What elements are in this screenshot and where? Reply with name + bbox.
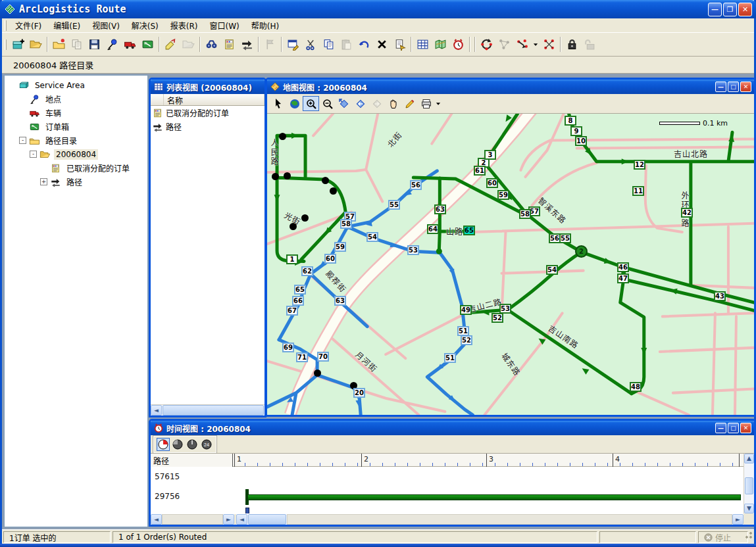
map-maximize-button[interactable]: □ [728,82,739,92]
build-routes-button[interactable] [513,36,531,53]
time-minimize-button[interactable]: — [715,423,726,433]
gantt-bar-route-29756[interactable] [247,494,741,500]
hscroll-right-button2[interactable]: ► [732,514,743,525]
route-stop-marker-42[interactable]: 42 [681,208,693,218]
collapse-icon[interactable]: - [30,151,37,158]
time-ruler[interactable]: 路径 1234 [151,454,743,467]
time-left-hscroll[interactable]: ◄ ► [151,514,234,525]
route-stop-marker-51[interactable]: 51 [457,326,469,336]
route-stop-marker-12[interactable]: 12 [634,160,645,170]
tree-item-order-box[interactable]: 订单箱 [5,120,147,133]
stop-dot[interactable] [330,187,337,195]
map-tool-zoom-out[interactable] [319,96,336,111]
map-tool-prev-extent[interactable] [352,96,368,111]
stop-dot[interactable] [279,133,286,140]
route-stop-marker-58[interactable]: 58 [519,209,531,219]
time-tool-range-24h[interactable]: 24 [200,438,213,451]
route-stop-marker-51[interactable]: 51 [444,353,456,363]
map-minimize-button[interactable]: — [715,82,726,92]
route-stop-marker-43[interactable]: 43 [714,291,726,301]
route-stop-marker-1[interactable]: 1 [286,254,298,264]
map-tool-print[interactable] [418,96,434,111]
tree-item-locations[interactable]: 地点 [5,92,147,106]
route-stop-marker-60[interactable]: 60 [324,254,336,264]
route-stop-marker-47[interactable]: 47 [617,274,629,283]
route-stop-marker-9[interactable]: 9 [570,126,582,136]
route-stop-marker-65[interactable]: 65 [294,285,306,295]
route-stop-marker-56[interactable]: 56 [410,180,422,190]
list-header-blank[interactable] [151,94,164,105]
menu-window[interactable]: 窗口(W) [204,18,245,33]
minimize-button[interactable]: — [708,3,722,16]
route-stop-marker-8[interactable]: 8 [565,116,576,126]
copy-button[interactable] [320,36,338,53]
open-project-button[interactable] [27,36,45,53]
vscroll-thumb[interactable] [745,477,753,494]
route-stop-marker-54[interactable]: 54 [546,265,558,275]
hscroll-left-button2[interactable]: ◄ [236,514,247,525]
time-gantt-area[interactable]: 5761529756 [151,467,743,513]
expand-icon[interactable]: + [40,178,47,185]
route-stop-marker-11[interactable]: 11 [632,186,644,196]
route-stop-marker-59[interactable]: 59 [497,190,509,200]
route-stop-marker-65[interactable]: 65 [463,226,475,235]
tree-item-routes[interactable]: +路径 [5,175,147,189]
scroll-thumb[interactable] [163,405,264,416]
new-order-button[interactable] [220,36,238,53]
list-row[interactable]: 路径 [151,120,265,133]
route-stop-marker-53[interactable]: 53 [499,304,511,314]
list-header-name[interactable]: 名称 [164,94,265,105]
menu-file[interactable]: 文件(F) [9,18,47,33]
stop-dot[interactable] [322,177,329,184]
time-right-hscroll[interactable]: ◄ ► [236,514,743,525]
route-stop-marker-52[interactable]: 52 [461,335,472,345]
route-row-label[interactable]: 29756 [155,492,180,501]
scroll-up-button[interactable]: ▲ [744,454,754,464]
route-stop-marker-2[interactable]: 2 [575,245,588,258]
find-button[interactable] [203,36,220,53]
route-stop-marker-63[interactable]: 63 [334,296,346,306]
map-tool-select[interactable] [270,96,286,111]
list-header[interactable]: 名称 [151,94,265,106]
menu-solve[interactable]: 解决(S) [126,18,164,33]
time-maximize-button[interactable]: □ [728,423,739,433]
route-stop-marker-63[interactable]: 63 [434,204,446,214]
route-stop-marker-52[interactable]: 52 [491,313,503,323]
save-button[interactable] [86,36,103,53]
time-vscrollbar[interactable]: ▲ ▼ [743,454,754,513]
route-stop-marker-66[interactable]: 66 [292,296,304,306]
route-stop-marker-62[interactable]: 62 [301,266,313,276]
route-stop-marker-61[interactable]: 61 [474,166,486,176]
menu-edit[interactable]: 编辑(E) [47,18,86,33]
map-canvas[interactable]: 北街吉山北路人民路光街智溪东路山路外环东路吉山二路吉山南路月河街殿荐街城东路23… [267,114,754,415]
map-view-button[interactable] [432,36,449,53]
time-close-button[interactable]: ✕ [740,423,751,433]
title-bar[interactable]: ArcLogistics Route — ❐ ✕ [0,0,756,18]
map-tool-zoom-extent[interactable] [336,96,352,111]
tree-item-vehicles[interactable]: 车辆 [5,106,147,120]
route-stop-marker-49[interactable]: 49 [460,305,472,315]
stop-dot[interactable] [314,369,321,377]
collapse-icon[interactable]: - [19,137,26,144]
toolbar-grip[interactable] [5,39,7,50]
map-tool-draw[interactable] [401,96,418,111]
time-tool-range-half[interactable] [171,438,184,451]
route-stop-marker-69[interactable]: 69 [282,343,294,352]
resize-grip[interactable] [743,531,753,540]
undo-button[interactable] [355,36,373,53]
reassign-button[interactable] [540,36,558,53]
list-view-button[interactable] [414,36,432,53]
list-row[interactable]: 已取消分配的订单 [151,106,265,120]
scroll-left-button[interactable]: ◄ [151,405,162,416]
close-button[interactable]: ✕ [738,3,752,16]
tree-item-unassigned-orders[interactable]: 已取消分配的订单 [5,161,147,175]
route-stop-marker-64[interactable]: 64 [427,224,439,234]
new-route-button[interactable] [238,36,256,53]
map-tool-globe[interactable] [286,96,303,111]
time-view-titlebar[interactable]: 时间视图 : 20060804 — □ ✕ [151,421,754,435]
time-tool-range-full[interactable] [186,438,199,451]
route-stop-marker-3[interactable]: 3 [484,150,496,160]
hscroll-right-button[interactable]: ► [223,514,234,525]
route-stop-marker-20[interactable]: 20 [353,388,365,398]
menu-view[interactable]: 视图(V) [86,18,126,33]
